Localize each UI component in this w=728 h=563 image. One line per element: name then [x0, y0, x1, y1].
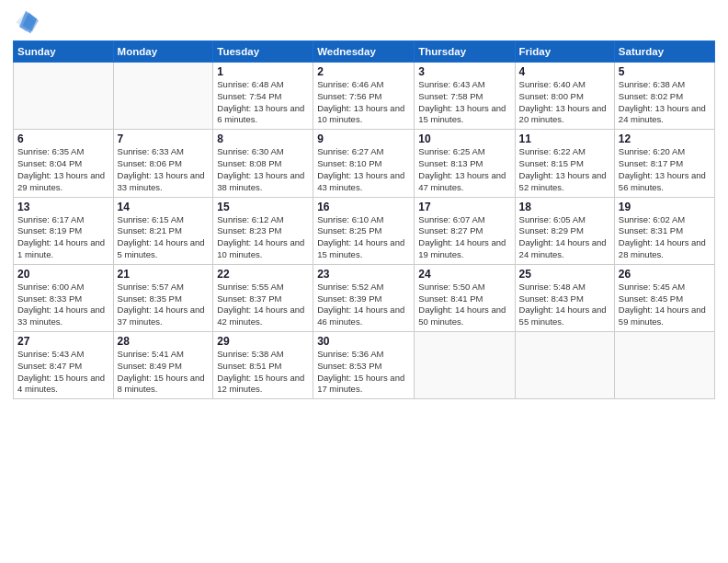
calendar-cell: 7Sunrise: 6:33 AM Sunset: 8:06 PM Daylig…	[113, 130, 213, 197]
day-info: Sunrise: 6:27 AM Sunset: 8:10 PM Dayligh…	[317, 146, 410, 193]
day-info: Sunrise: 6:35 AM Sunset: 8:04 PM Dayligh…	[17, 146, 109, 193]
day-number: 22	[217, 268, 309, 281]
day-info: Sunrise: 6:07 AM Sunset: 8:27 PM Dayligh…	[418, 214, 510, 261]
logo-icon	[13, 9, 39, 35]
calendar-cell: 10Sunrise: 6:25 AM Sunset: 8:13 PM Dayli…	[415, 130, 515, 197]
day-number: 1	[217, 65, 309, 78]
calendar-week-row: 27Sunrise: 5:43 AM Sunset: 8:47 PM Dayli…	[14, 332, 715, 399]
day-number: 25	[519, 268, 610, 281]
weekday-header-wednesday: Wednesday	[313, 41, 415, 63]
header	[13, 9, 715, 35]
day-info: Sunrise: 6:30 AM Sunset: 8:08 PM Dayligh…	[217, 146, 309, 193]
weekday-header-tuesday: Tuesday	[213, 41, 313, 63]
day-info: Sunrise: 6:20 AM Sunset: 8:17 PM Dayligh…	[619, 146, 711, 193]
calendar-cell: 26Sunrise: 5:45 AM Sunset: 8:45 PM Dayli…	[614, 264, 714, 331]
day-info: Sunrise: 6:05 AM Sunset: 8:29 PM Dayligh…	[519, 214, 610, 261]
calendar-cell: 17Sunrise: 6:07 AM Sunset: 8:27 PM Dayli…	[415, 197, 515, 264]
calendar-week-row: 1Sunrise: 6:48 AM Sunset: 7:54 PM Daylig…	[14, 63, 715, 130]
day-number: 28	[118, 335, 210, 348]
calendar-cell: 16Sunrise: 6:10 AM Sunset: 8:25 PM Dayli…	[313, 197, 415, 264]
day-number: 4	[519, 65, 610, 78]
calendar-cell: 6Sunrise: 6:35 AM Sunset: 8:04 PM Daylig…	[14, 130, 114, 197]
weekday-header-monday: Monday	[113, 41, 213, 63]
day-info: Sunrise: 6:15 AM Sunset: 8:21 PM Dayligh…	[118, 214, 210, 261]
calendar-cell: 4Sunrise: 6:40 AM Sunset: 8:00 PM Daylig…	[515, 63, 614, 130]
day-info: Sunrise: 5:50 AM Sunset: 8:41 PM Dayligh…	[418, 282, 510, 328]
day-number: 12	[619, 132, 711, 145]
calendar-cell: 3Sunrise: 6:43 AM Sunset: 7:58 PM Daylig…	[415, 63, 515, 130]
day-number: 27	[17, 335, 109, 348]
day-number: 26	[619, 268, 711, 281]
day-number: 23	[317, 268, 410, 281]
calendar-cell: 21Sunrise: 5:57 AM Sunset: 8:35 PM Dayli…	[113, 264, 213, 331]
calendar-cell	[614, 332, 714, 399]
calendar-cell: 13Sunrise: 6:17 AM Sunset: 8:19 PM Dayli…	[14, 197, 114, 264]
day-info: Sunrise: 6:46 AM Sunset: 7:56 PM Dayligh…	[317, 79, 410, 126]
day-info: Sunrise: 6:02 AM Sunset: 8:31 PM Dayligh…	[619, 214, 711, 261]
calendar-cell: 9Sunrise: 6:27 AM Sunset: 8:10 PM Daylig…	[313, 130, 415, 197]
calendar-week-row: 20Sunrise: 6:00 AM Sunset: 8:33 PM Dayli…	[14, 264, 715, 331]
page: SundayMondayTuesdayWednesdayThursdayFrid…	[0, 0, 728, 563]
calendar-cell	[113, 63, 213, 130]
calendar-cell: 20Sunrise: 6:00 AM Sunset: 8:33 PM Dayli…	[14, 264, 114, 331]
calendar-cell: 11Sunrise: 6:22 AM Sunset: 8:15 PM Dayli…	[515, 130, 614, 197]
calendar-cell: 1Sunrise: 6:48 AM Sunset: 7:54 PM Daylig…	[213, 63, 313, 130]
calendar-cell: 14Sunrise: 6:15 AM Sunset: 8:21 PM Dayli…	[113, 197, 213, 264]
day-info: Sunrise: 5:43 AM Sunset: 8:47 PM Dayligh…	[17, 349, 109, 396]
calendar-cell: 8Sunrise: 6:30 AM Sunset: 8:08 PM Daylig…	[213, 130, 313, 197]
day-number: 16	[317, 201, 410, 213]
day-number: 30	[317, 335, 410, 348]
day-number: 20	[17, 268, 109, 281]
calendar-cell	[14, 63, 114, 130]
day-number: 13	[17, 201, 109, 213]
calendar-cell: 30Sunrise: 5:36 AM Sunset: 8:53 PM Dayli…	[313, 332, 415, 399]
weekday-header-sunday: Sunday	[14, 41, 114, 63]
calendar-cell: 18Sunrise: 6:05 AM Sunset: 8:29 PM Dayli…	[515, 197, 614, 264]
day-number: 9	[317, 132, 410, 145]
weekday-header-thursday: Thursday	[415, 41, 515, 63]
calendar-week-row: 6Sunrise: 6:35 AM Sunset: 8:04 PM Daylig…	[14, 130, 715, 197]
calendar-cell: 27Sunrise: 5:43 AM Sunset: 8:47 PM Dayli…	[14, 332, 114, 399]
day-info: Sunrise: 6:12 AM Sunset: 8:23 PM Dayligh…	[217, 214, 309, 261]
logo	[13, 9, 42, 35]
day-info: Sunrise: 5:57 AM Sunset: 8:35 PM Dayligh…	[118, 282, 210, 328]
svg-marker-2	[19, 11, 37, 34]
day-info: Sunrise: 6:48 AM Sunset: 7:54 PM Dayligh…	[217, 79, 309, 126]
day-number: 7	[118, 132, 210, 145]
day-number: 2	[317, 65, 410, 78]
calendar-cell: 29Sunrise: 5:38 AM Sunset: 8:51 PM Dayli…	[213, 332, 313, 399]
day-info: Sunrise: 5:52 AM Sunset: 8:39 PM Dayligh…	[317, 282, 410, 328]
day-number: 17	[418, 201, 510, 213]
calendar-cell: 28Sunrise: 5:41 AM Sunset: 8:49 PM Dayli…	[113, 332, 213, 399]
day-info: Sunrise: 6:00 AM Sunset: 8:33 PM Dayligh…	[17, 282, 109, 328]
calendar-cell	[415, 332, 515, 399]
calendar-cell	[515, 332, 614, 399]
calendar-cell: 23Sunrise: 5:52 AM Sunset: 8:39 PM Dayli…	[313, 264, 415, 331]
weekday-header-row: SundayMondayTuesdayWednesdayThursdayFrid…	[14, 41, 715, 63]
day-number: 10	[418, 132, 510, 145]
day-number: 18	[519, 201, 610, 213]
calendar-week-row: 13Sunrise: 6:17 AM Sunset: 8:19 PM Dayli…	[14, 197, 715, 264]
day-info: Sunrise: 6:10 AM Sunset: 8:25 PM Dayligh…	[317, 214, 410, 261]
day-info: Sunrise: 6:25 AM Sunset: 8:13 PM Dayligh…	[418, 146, 510, 193]
calendar-cell: 5Sunrise: 6:38 AM Sunset: 8:02 PM Daylig…	[614, 63, 714, 130]
weekday-header-saturday: Saturday	[614, 41, 714, 63]
day-info: Sunrise: 6:40 AM Sunset: 8:00 PM Dayligh…	[519, 79, 610, 126]
day-number: 6	[17, 132, 109, 145]
day-info: Sunrise: 6:22 AM Sunset: 8:15 PM Dayligh…	[519, 146, 610, 193]
calendar-cell: 15Sunrise: 6:12 AM Sunset: 8:23 PM Dayli…	[213, 197, 313, 264]
day-info: Sunrise: 6:17 AM Sunset: 8:19 PM Dayligh…	[17, 214, 109, 261]
calendar-cell: 22Sunrise: 5:55 AM Sunset: 8:37 PM Dayli…	[213, 264, 313, 331]
day-number: 21	[118, 268, 210, 281]
day-info: Sunrise: 5:55 AM Sunset: 8:37 PM Dayligh…	[217, 282, 309, 328]
calendar-cell: 25Sunrise: 5:48 AM Sunset: 8:43 PM Dayli…	[515, 264, 614, 331]
calendar-cell: 24Sunrise: 5:50 AM Sunset: 8:41 PM Dayli…	[415, 264, 515, 331]
day-number: 24	[418, 268, 510, 281]
day-info: Sunrise: 5:48 AM Sunset: 8:43 PM Dayligh…	[519, 282, 610, 328]
day-number: 14	[118, 201, 210, 213]
day-number: 5	[619, 65, 711, 78]
calendar-cell: 2Sunrise: 6:46 AM Sunset: 7:56 PM Daylig…	[313, 63, 415, 130]
day-number: 19	[619, 201, 711, 213]
day-number: 11	[519, 132, 610, 145]
day-info: Sunrise: 5:36 AM Sunset: 8:53 PM Dayligh…	[317, 349, 410, 396]
